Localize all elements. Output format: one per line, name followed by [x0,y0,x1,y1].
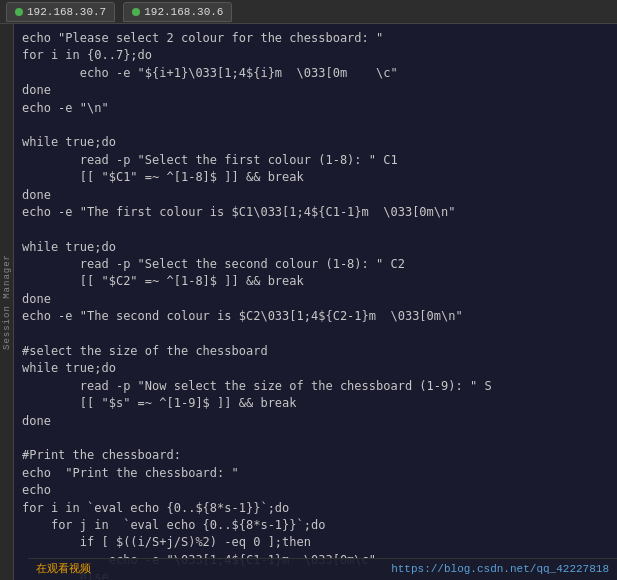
bottom-left-text: 在观看视频 [36,562,91,578]
tab1-ip: 192.168.30.7 [27,6,106,18]
tab-2[interactable]: 192.168.30.6 [123,2,232,22]
tab1-status-dot [15,8,23,16]
side-panel: Session Manager [0,24,14,580]
tab-1[interactable]: 192.168.30.7 [6,2,115,22]
tab2-ip: 192.168.30.6 [144,6,223,18]
bottom-right-url: https://blog.csdn.net/qq_42227818 [391,562,609,578]
title-bar: 192.168.30.7 192.168.30.6 [0,0,617,24]
bottom-bar: 在观看视频 https://blog.csdn.net/qq_42227818 [28,558,617,580]
session-manager-label: Session Manager [2,254,12,350]
main-container: Session Manager echo "Please select 2 co… [0,24,617,580]
terminal[interactable]: echo "Please select 2 colour for the che… [14,24,617,580]
terminal-code: echo "Please select 2 colour for the che… [22,30,609,580]
tab2-status-dot [132,8,140,16]
